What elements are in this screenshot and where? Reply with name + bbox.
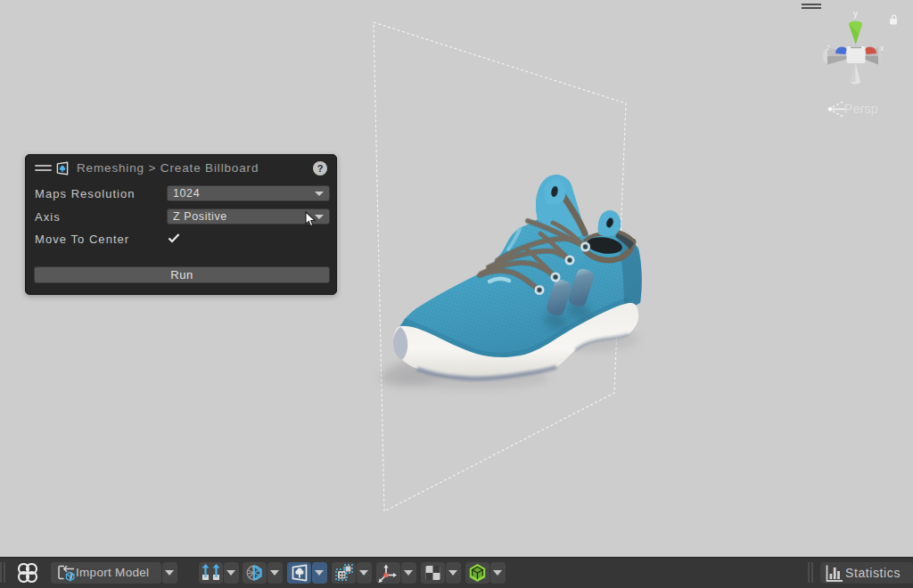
- svg-text:y: y: [853, 9, 858, 19]
- svg-text:Persp: Persp: [844, 102, 878, 116]
- svg-text:x: x: [880, 44, 884, 53]
- svg-text:z: z: [827, 43, 830, 52]
